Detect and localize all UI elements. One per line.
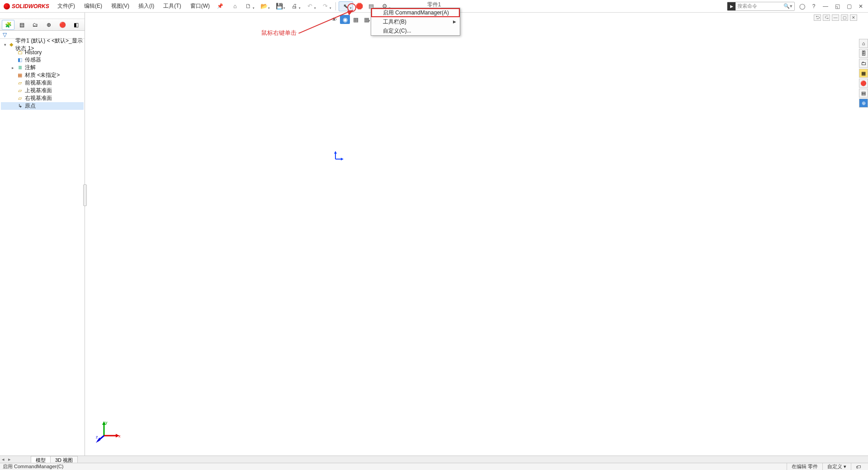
menu-view[interactable]: 视图(V) (107, 0, 134, 13)
ci-label: 启用 CommandManager(A) (383, 9, 449, 17)
tree-right-label: 右视基准面 (25, 94, 52, 102)
tree-annotations[interactable]: ▸ ≣ 注解 (1, 64, 84, 71)
extra-tab[interactable]: ◧ (70, 20, 82, 30)
undo-button[interactable]: ↶ (303, 1, 317, 11)
save-button[interactable]: 💾 (272, 1, 287, 11)
doc-next-button[interactable]: ⮎ (823, 14, 830, 21)
tree-origin[interactable]: ↳ 原点 (1, 102, 84, 110)
triad-z: z (96, 435, 98, 439)
main-menu: 文件(F) 编辑(E) 视图(V) 插入(I) 工具(T) 窗口(W) (53, 0, 214, 13)
maximize-button[interactable]: ▢ (844, 2, 854, 11)
minimize-button[interactable]: — (821, 2, 830, 11)
heads-up-toolbar: 👁 ◉ ▩ ▦ (329, 15, 372, 24)
doc-min-button[interactable]: — (832, 14, 839, 21)
manager-tabs: 🧩 ▤ 🗂 ⊕ 🔴 ◧ (0, 19, 85, 31)
taskpane-forum-icon[interactable]: ⊕ (859, 99, 868, 108)
tree-top-plane[interactable]: ▱ 上视基准面 (1, 87, 84, 94)
folder-icon: 🗀 (17, 49, 23, 56)
display-tab[interactable]: 🔴 (56, 20, 69, 30)
status-hint: 启用 CommandManager(C) (3, 463, 63, 470)
plane-icon: ▱ (17, 88, 23, 94)
doc-prev-button[interactable]: ⮌ (814, 14, 821, 21)
new-button[interactable]: 🗋 (241, 1, 256, 11)
user-icon[interactable]: ◯ (797, 2, 807, 11)
feature-tree-tab[interactable]: 🧩 (2, 20, 14, 30)
tab-model-label: 模型 (36, 457, 46, 463)
context-menu: 启用 CommandManager(A) 工具栏(B) ▶ 自定义(C)... (371, 8, 460, 36)
print-button[interactable]: 🖨 (288, 1, 302, 11)
restore-button[interactable]: ◱ (833, 2, 842, 11)
status-custom[interactable]: 自定义 ▾ (822, 463, 851, 470)
submenu-arrow-icon: ▶ (453, 19, 456, 24)
expand-icon[interactable]: ▸ (11, 66, 15, 70)
doc-max-button[interactable]: ▢ (841, 14, 848, 21)
hud-display-style[interactable]: ▩ (351, 15, 361, 24)
help-icon[interactable]: ? (809, 2, 818, 11)
tree-material[interactable]: ▦ 材质 <未指定> (1, 71, 84, 79)
home-button[interactable]: ⌂ (230, 1, 241, 11)
hud-view-orientation[interactable]: ◉ (340, 15, 350, 24)
tab-model[interactable]: 模型 (31, 456, 51, 463)
redo-icon: ↷ (323, 3, 328, 9)
redo-button[interactable]: ↷ (318, 1, 333, 11)
menu-window[interactable]: 窗口(W) (186, 0, 214, 13)
tree-front-plane[interactable]: ▱ 前视基准面 (1, 79, 84, 87)
svg-marker-3 (341, 158, 344, 160)
tree-anno-label: 注解 (25, 64, 36, 71)
taskpane-home-icon[interactable]: ⌂ (859, 39, 868, 48)
menu-insert[interactable]: 插入(I) (134, 0, 159, 13)
search-icon: 🔍▾ (782, 3, 794, 9)
open-icon: 📂 (260, 3, 268, 9)
panel-grip[interactable] (0, 13, 85, 19)
ci-label: 工具栏(B) (383, 18, 406, 26)
taskpane-view-icon[interactable]: ▦ (859, 69, 868, 78)
origin-marker (333, 151, 344, 164)
config-tab[interactable]: 🗂 (29, 20, 42, 30)
dimxpert-tab[interactable]: ⊕ (42, 20, 55, 30)
triad-x: x (118, 434, 121, 438)
logo-swirl-icon (4, 3, 10, 9)
tree-front-label: 前视基准面 (25, 79, 52, 87)
tree-root[interactable]: ▾ ◆ 零件1 (默认) < <默认>_显示状态 1> (1, 41, 84, 48)
tree-sensors[interactable]: ◧ 传感器 (1, 56, 84, 64)
new-icon: 🗋 (245, 3, 251, 9)
ci-label: 自定义(C)... (383, 27, 411, 35)
menu-file[interactable]: 文件(F) (53, 0, 80, 13)
orientation-triad[interactable]: y x z (96, 420, 123, 445)
status-tag-icon[interactable]: 🏷 (851, 463, 865, 470)
save-icon: 💾 (276, 3, 283, 9)
tab-3dview-label: 3D 视图 (55, 457, 73, 463)
app-logo: SOLIDWORKS (0, 3, 53, 9)
hud-scene[interactable]: ▦ (362, 15, 372, 24)
command-search[interactable]: ▶ 搜索命令 🔍▾ (727, 2, 795, 11)
annotation-icon: ≣ (17, 65, 23, 71)
tree-right-plane[interactable]: ▱ 右视基准面 (1, 94, 84, 102)
tree-top-label: 上视基准面 (25, 87, 52, 94)
close-button[interactable]: ✕ (856, 2, 865, 11)
tab-3d-view[interactable]: 3D 视图 (50, 456, 78, 463)
taskpane-appearance-icon[interactable]: 🔴 (859, 79, 868, 88)
tree-history-label: History (25, 49, 42, 56)
graphics-viewport[interactable]: ⮌ ⮎ — ▢ ✕ y x z (85, 13, 859, 457)
expand-icon[interactable]: ▾ (4, 42, 7, 47)
taskpane-explorer-icon[interactable]: 🗀 (859, 59, 868, 68)
doc-close-button[interactable]: ✕ (850, 14, 857, 21)
context-toolbars[interactable]: 工具栏(B) ▶ (371, 17, 460, 26)
property-tab[interactable]: ▤ (15, 20, 28, 30)
context-customize[interactable]: 自定义(C)... (371, 26, 460, 35)
toolbar-separator (335, 2, 336, 10)
tab-scroll-right[interactable]: ▸ (6, 456, 13, 462)
tab-scroll-left[interactable]: ◂ (0, 456, 6, 462)
hud-visibility-icon[interactable]: 👁 (329, 15, 339, 24)
taskpane-properties-icon[interactable]: ▤ (859, 89, 868, 98)
open-button[interactable]: 📂 (257, 1, 271, 11)
panel-splitter-handle[interactable] (83, 184, 87, 206)
taskpane-library-icon[interactable]: 🗄 (859, 49, 868, 58)
context-enable-commandmanager[interactable]: 启用 CommandManager(A) (371, 8, 460, 17)
sensor-icon: ◧ (17, 57, 23, 63)
plane-icon: ▱ (17, 95, 23, 102)
pin-menu-icon[interactable]: 📌 (217, 3, 223, 9)
run-icon: ▶ (727, 2, 736, 10)
menu-edit[interactable]: 编辑(E) (80, 0, 107, 13)
menu-tools[interactable]: 工具(T) (159, 0, 185, 13)
